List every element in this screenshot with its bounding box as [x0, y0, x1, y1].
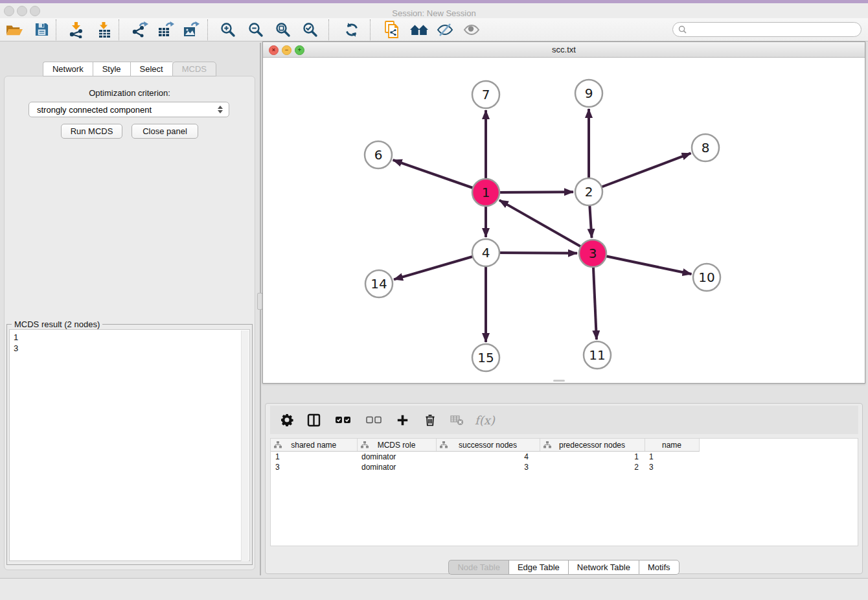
show-graphics-icon[interactable] [461, 20, 482, 40]
hide-graphics-icon[interactable] [435, 20, 455, 40]
control-panel-tabs: NetworkStyleSelectMCDS [0, 62, 259, 76]
zoom-in-icon[interactable] [218, 20, 238, 40]
graph-node-label: 8 [702, 140, 710, 156]
open-session-icon[interactable] [4, 20, 25, 40]
zoom-selected-icon[interactable] [300, 20, 321, 40]
tree-hierarchy-icon [274, 441, 282, 450]
export-image-icon[interactable] [180, 20, 201, 40]
network-graph[interactable]: 7968124314101511 [263, 58, 865, 383]
column-header-successor-nodes[interactable]: successor nodes [436, 439, 540, 452]
bottom-tab-edge-table[interactable]: Edge Table [508, 560, 568, 575]
table-body: 1dominator4113dominator323 [271, 452, 699, 473]
control-tab-style[interactable]: Style [93, 62, 130, 76]
export-network-icon[interactable] [129, 20, 150, 40]
search-icon [678, 25, 687, 34]
toolbar-separator [370, 19, 371, 40]
graph-node-label: 11 [589, 347, 605, 363]
refresh-icon[interactable] [341, 20, 362, 40]
select-all-icon[interactable] [336, 416, 351, 424]
save-session-icon[interactable] [31, 20, 52, 40]
zoom-out-icon[interactable] [246, 20, 266, 40]
run-mcds-button[interactable]: Run MCDS [61, 124, 122, 139]
column-header-predecessor-nodes[interactable]: predecessor nodes [540, 439, 645, 452]
control-tab-select[interactable]: Select [130, 62, 172, 76]
zoom-fit-icon[interactable] [273, 20, 293, 40]
import-network-icon[interactable] [66, 20, 87, 40]
search-field[interactable] [672, 22, 862, 37]
optimization-criterion-dropdown[interactable]: strongly connected component [29, 102, 229, 117]
bottom-tab-motifs[interactable]: Motifs [639, 560, 680, 575]
graph-node-label: 1 [482, 185, 490, 200]
table-cell[interactable]: dominator [357, 452, 436, 463]
optimization-criterion-label: Optimization criterion: [0, 88, 259, 98]
table-cell[interactable]: 4 [436, 452, 540, 463]
result-line: 1 [14, 332, 246, 343]
column-header-shared-name[interactable]: shared name [271, 439, 357, 452]
table-row[interactable]: 3dominator323 [271, 462, 699, 472]
toolbar-separator [119, 19, 120, 40]
table-toolbar: f(x) [270, 406, 858, 434]
network-resize-grip[interactable] [553, 380, 565, 382]
close-panel-button[interactable]: Close panel [131, 124, 198, 139]
graph-node-label: 2 [585, 184, 593, 200]
table-cell[interactable]: 1 [540, 452, 645, 463]
graph-edge-1-6[interactable] [393, 160, 486, 192]
add-column-icon[interactable] [396, 414, 409, 426]
search-input[interactable] [690, 24, 856, 35]
node-table-grid: shared nameMCDS rolesuccessor nodesprede… [271, 439, 700, 472]
graph-edge-3-10[interactable] [593, 253, 692, 274]
bottom-tab-node-table[interactable]: Node Table [448, 560, 508, 575]
graph-edge-2-8[interactable] [589, 153, 691, 192]
graph-node-label: 15 [477, 350, 494, 365]
deselect-all-icon[interactable] [366, 416, 382, 424]
network-file-icon[interactable] [382, 20, 402, 40]
tree-hierarchy-icon [440, 441, 448, 450]
result-scrollbar[interactable] [241, 330, 249, 561]
split-columns-icon[interactable] [307, 413, 321, 427]
control-tab-mcds[interactable]: MCDS [172, 62, 216, 76]
table-cell[interactable]: 1 [645, 452, 699, 463]
control-tab-network[interactable]: Network [43, 62, 93, 76]
graph-edge-3-1[interactable] [499, 200, 593, 253]
delete-table-icon[interactable] [450, 414, 464, 426]
column-header-MCDS-role[interactable]: MCDS role [357, 439, 436, 452]
mcds-result-lines: 13 [10, 330, 249, 356]
graph-node-label: 14 [371, 276, 387, 292]
import-table-icon[interactable] [94, 20, 115, 40]
mcds-result-box: 13 [6, 324, 253, 565]
table-cell[interactable]: dominator [357, 462, 436, 472]
bottom-tab-network-table[interactable]: Network Table [568, 560, 639, 575]
control-panel-header: Control Panel ✕ [0, 43, 259, 60]
delete-column-trash-icon[interactable] [424, 413, 437, 427]
table-cell[interactable]: 1 [271, 452, 357, 463]
table-cell[interactable]: 3 [271, 462, 357, 472]
column-header-name[interactable]: name [645, 439, 699, 452]
window-title: Session: New Session [0, 8, 868, 18]
tree-hierarchy-icon [543, 441, 551, 450]
table-header-row: shared nameMCDS rolesuccessor nodesprede… [271, 439, 699, 452]
mcds-result-title: MCDS result (2 nodes) [12, 319, 102, 329]
export-table-icon[interactable] [155, 20, 176, 40]
table-cell[interactable]: 3 [645, 462, 699, 472]
home-icon[interactable] [409, 20, 429, 40]
table-panel-header: Table Panel ✕ [262, 386, 865, 402]
graph-node-label: 7 [482, 87, 490, 102]
table-cell[interactable]: 3 [436, 462, 540, 472]
tree-hierarchy-icon [361, 441, 369, 450]
network-view-window: × − + scc.txt 7968124314101511 [262, 41, 865, 384]
table-row[interactable]: 1dominator411 [271, 452, 699, 463]
table-cell[interactable]: 2 [540, 462, 645, 472]
chevron-updown-icon [218, 106, 223, 113]
table-panel-tabs: Node TableEdge TableNetwork TableMotifs [262, 560, 865, 575]
graph-node-label: 4 [482, 245, 490, 260]
graph-node-label: 9 [585, 86, 593, 101]
graph-node-label: 10 [698, 270, 714, 285]
mcds-result-area[interactable]: 13 [9, 329, 250, 561]
network-window-titlebar[interactable]: × − + scc.txt [263, 42, 865, 58]
window-titlebar[interactable]: Session: New Session [0, 3, 868, 18]
result-line: 3 [14, 343, 246, 354]
toolbar-separator [56, 19, 57, 40]
dropdown-value: strongly connected component [37, 105, 152, 115]
function-builder-icon: f(x) [475, 413, 495, 427]
table-settings-gear-icon[interactable] [280, 413, 293, 426]
